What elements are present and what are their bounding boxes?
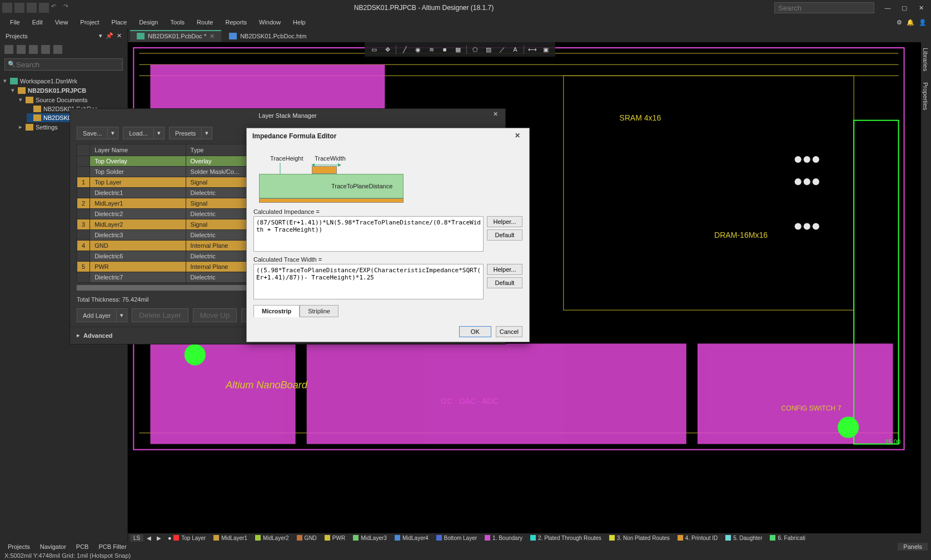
layer-chip[interactable]: MidLayer2 [252,534,292,542]
layer-chip[interactable]: MidLayer3 [350,534,390,542]
chevron-down-icon[interactable]: ▾ [99,32,102,39]
via-tool-icon[interactable]: ◉ [412,43,424,56]
menu-tools[interactable]: Tools [165,17,190,27]
tracewidth-formula-input[interactable] [253,264,484,299]
layer-chip[interactable]: 1. Boundary [481,534,526,542]
folder-icon[interactable] [17,45,26,54]
redo-icon[interactable]: ↷ [63,3,73,13]
undo-icon[interactable]: ↶ [51,3,61,13]
menu-project[interactable]: Project [74,17,104,27]
layer-chip[interactable]: 4. Printout ID [674,534,721,542]
add-layer-button[interactable]: Add Layer▾ [77,308,127,322]
menu-view[interactable]: View [49,17,74,27]
new-doc-icon[interactable] [4,45,13,54]
menu-help[interactable]: Help [287,17,311,27]
col-layer-name[interactable]: Layer Name [90,144,186,156]
doc-tab-pcb[interactable]: NB2DSK01.PcbDoc * ✕ [130,30,221,42]
save-all-icon[interactable] [27,3,37,13]
helper-button[interactable]: Helper... [487,216,522,227]
helper-button[interactable]: Helper... [487,264,522,275]
select-tool-icon[interactable]: ▭ [368,43,380,56]
diff-pair-icon[interactable]: ≋ [425,43,437,56]
close-icon[interactable]: ✕ [515,132,524,141]
minimize-button[interactable]: — [880,2,895,13]
gear-icon[interactable]: ⚙ [897,19,902,26]
load-button[interactable]: Load...▾ [123,127,165,139]
svg-rect-5 [307,343,686,444]
layer-chip[interactable]: ●Top Layer [165,534,209,542]
chevron-down-icon: ▾ [153,127,164,139]
close-icon[interactable]: ✕ [210,33,215,40]
save-button[interactable]: Save...▾ [77,127,118,139]
presets-button[interactable]: Presets▾ [169,127,212,139]
layer-chip[interactable]: Bottom Layer [433,534,480,542]
user-icon[interactable]: 👤 [919,19,927,26]
open-folder-icon[interactable] [29,45,38,54]
polygon-tool-icon[interactable]: ⬠ [469,43,481,56]
default-button[interactable]: Default [487,229,522,241]
tab-stripline[interactable]: Stripline [300,305,338,317]
close-icon[interactable]: ✕ [493,111,502,119]
global-search-input[interactable] [774,2,874,13]
track-tool-icon[interactable]: ╱ [399,43,411,56]
impedance-formula-input[interactable] [253,216,484,252]
delete-layer-button[interactable]: Delete Layer [132,308,188,322]
projects-search-input[interactable] [4,58,123,71]
settings-icon[interactable] [53,45,62,54]
tree-workspace[interactable]: ▾Workspace1.DsnWrk [3,76,124,86]
close-button[interactable]: ✕ [913,2,929,13]
menu-right: ⚙ 🔔 👤 [897,19,927,26]
menu-window[interactable]: Window [253,17,286,27]
dimension-tool-icon[interactable]: ⟷ [526,43,539,56]
cancel-button[interactable]: Cancel [496,326,522,337]
doc-tab-htm[interactable]: NB2DSK01.PcbDoc.htm [222,30,313,41]
close-icon[interactable]: ✕ [117,32,122,39]
pan-tool-icon[interactable]: ✥ [381,43,394,56]
pad-tool-icon[interactable]: ■ [439,43,451,56]
navigator-tab[interactable]: Navigator [36,543,71,551]
layer-chip[interactable]: MidLayer4 [391,534,432,542]
layer-chip[interactable]: PWR [321,534,348,542]
ok-button[interactable]: OK [459,326,491,337]
tree-source-docs[interactable]: ▾Source Documents [19,95,124,104]
menu-design[interactable]: Design [133,17,163,27]
menu-reports[interactable]: Reports [220,17,252,27]
open-icon[interactable] [39,3,49,13]
layer-chip[interactable]: 5. Daughter [722,534,765,542]
layer-chip[interactable]: 2. Plated Through Routes [527,534,605,542]
menu-route[interactable]: Route [191,17,218,27]
text-tool-icon[interactable]: A [509,43,521,56]
move-up-button[interactable]: Move Up [193,308,237,322]
default-button[interactable]: Default [487,277,522,288]
bell-icon[interactable]: 🔔 [907,19,914,26]
layer-set-button[interactable]: LS [130,534,143,542]
fill-tool-icon[interactable]: ▦ [452,43,464,56]
compile-icon[interactable] [41,45,50,54]
layer-chip[interactable]: 6. Fabricati [766,534,808,542]
panels-button[interactable]: Panels [898,543,928,551]
chevron-right-icon[interactable]: ▶ [155,535,163,541]
properties-tab[interactable]: Properties [921,77,930,116]
pcb-filter-tab[interactable]: PCB Filter [94,543,131,551]
tree-project[interactable]: ▾NB2DSK01.PRJPCB [11,86,124,95]
pcb-tab[interactable]: PCB [72,543,93,551]
menu-file[interactable]: File [4,17,26,27]
pin-icon[interactable]: 📌 [106,32,113,39]
line-tool-icon[interactable]: ／ [496,43,508,56]
menu-place[interactable]: Place [106,17,133,27]
projects-tab[interactable]: Projects [3,543,34,551]
layer-chip[interactable]: MidLayer1 [210,534,251,542]
microstrip-diagram: TraceHeight TraceWidth TraceToPlaneDista… [253,148,522,204]
chevron-left-icon[interactable]: ◀ [145,535,153,541]
keepout-tool-icon[interactable]: ▨ [482,43,495,56]
maximize-button[interactable]: ▢ [897,2,912,13]
pcb-toolbar: ▭ ✥ ╱ ◉ ≋ ■ ▦ ⬠ ▨ ／ A ⟷ ▣ [365,42,555,57]
menu-items: File Edit View Project Place Design Tool… [4,17,311,27]
save-icon[interactable] [14,3,24,13]
tab-microstrip[interactable]: Microstrip [253,305,300,317]
component-tool-icon[interactable]: ▣ [540,43,552,56]
layer-chip[interactable]: 3. Non Plated Routes [606,534,673,542]
menu-edit[interactable]: Edit [27,17,48,27]
layer-chip[interactable]: GND [293,534,320,542]
libraries-tab[interactable]: Libraries [921,42,930,77]
